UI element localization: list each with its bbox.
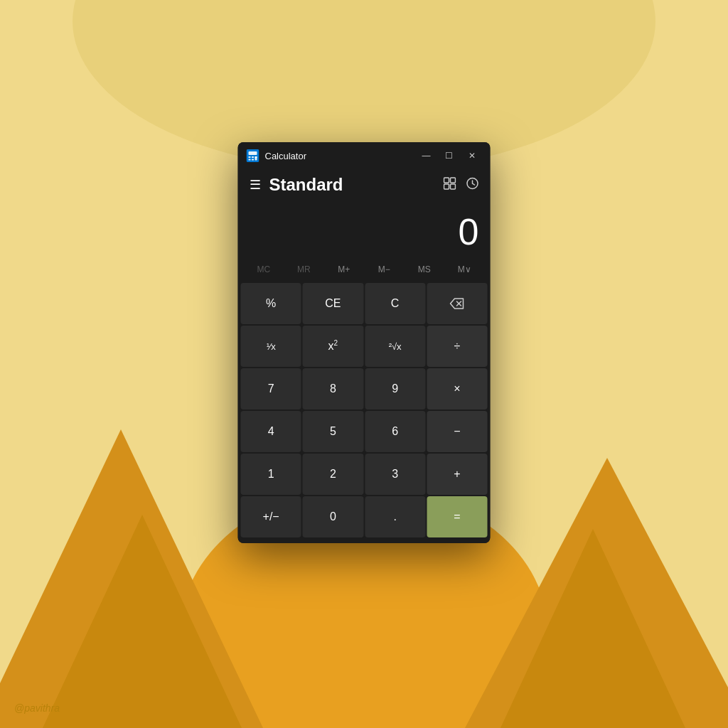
eight-button[interactable]: 8 [303,368,363,410]
subtract-button[interactable]: − [427,411,487,452]
multiply-button[interactable]: × [427,368,487,410]
zero-button[interactable]: 0 [303,496,363,537]
memory-store-button[interactable]: MS [405,260,445,279]
memory-plus-button[interactable]: M+ [324,260,365,279]
history-button[interactable] [466,177,479,193]
five-button[interactable]: 5 [303,411,363,452]
maximize-button[interactable]: ☐ [439,148,459,164]
svg-rect-12 [451,184,456,189]
two-button[interactable]: 2 [303,454,363,495]
svg-rect-5 [249,159,251,161]
memory-recall-button[interactable]: MR [284,260,324,279]
display-value: 0 [459,213,479,250]
memory-dropdown-button[interactable]: M∨ [444,260,485,279]
sqrt-button[interactable]: ²√x [365,326,425,367]
hamburger-menu-icon[interactable]: ☰ [250,177,261,193]
title-bar-title: Calculator [265,151,417,161]
calc-buttons: % CE C ¹⁄x x2 ²√x ÷ 7 8 9 × 4 5 6 − [238,282,491,543]
svg-rect-3 [252,156,254,158]
percent-button[interactable]: % [241,283,301,324]
watermark: @pavithra [14,702,60,714]
close-button[interactable]: ✕ [462,148,482,164]
calc-mode-title: Standard [269,175,444,195]
add-button[interactable]: + [427,454,487,495]
minimize-button[interactable]: — [417,148,437,164]
decimal-button[interactable]: . [365,496,425,537]
mountain-right-2 [500,529,685,728]
calc-display: 0 [238,200,491,257]
svg-rect-6 [252,159,254,161]
memory-minus-button[interactable]: M− [364,260,405,279]
three-button[interactable]: 3 [365,454,425,495]
title-bar-controls: — ☐ ✕ [417,148,482,164]
title-bar: Calculator — ☐ ✕ [238,142,491,169]
reciprocal-button[interactable]: ¹⁄x [241,326,301,367]
equals-button[interactable]: = [427,496,487,537]
calc-header: ☰ Standard [238,169,491,200]
calculator-window: Calculator — ☐ ✕ ☰ Standard [238,142,491,543]
clear-entry-button[interactable]: CE [303,283,363,324]
svg-rect-1 [249,151,257,155]
divide-button[interactable]: ÷ [427,326,487,367]
seven-button[interactable]: 7 [241,368,301,410]
one-button[interactable]: 1 [241,454,301,495]
mountain-left-2 [43,515,242,728]
svg-rect-9 [444,178,449,183]
clear-button[interactable]: C [365,283,425,324]
svg-rect-11 [444,184,449,189]
svg-rect-8 [255,156,257,161]
four-button[interactable]: 4 [241,411,301,452]
six-button[interactable]: 6 [365,411,425,452]
snap-button[interactable] [444,177,456,193]
nine-button[interactable]: 9 [365,368,425,410]
memory-row: MC MR M+ M− MS M∨ [238,257,491,282]
memory-clear-button[interactable]: MC [244,260,284,279]
square-button[interactable]: x2 [303,326,363,367]
header-icons [444,177,479,193]
svg-rect-10 [451,178,456,183]
backspace-button[interactable] [427,283,487,324]
svg-rect-2 [249,156,251,158]
app-icon [247,149,259,162]
negate-button[interactable]: +/− [241,496,301,537]
